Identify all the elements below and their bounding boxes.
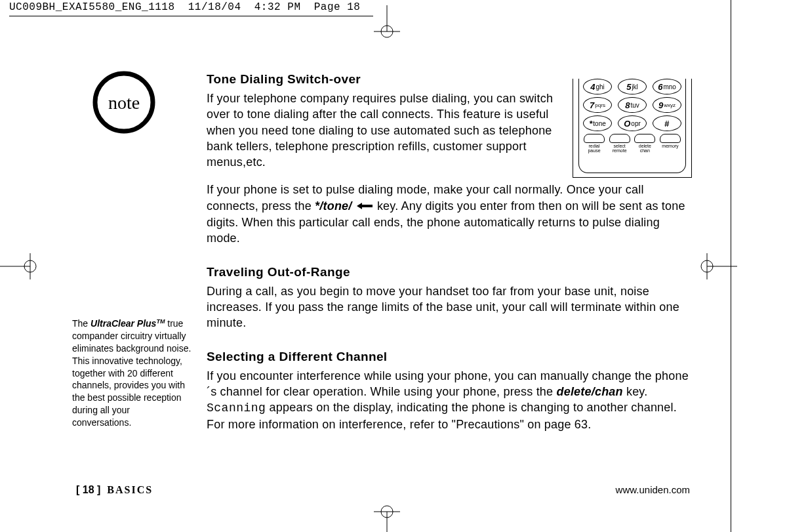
side-note-body: true compander circuitry virtually elimi… (72, 318, 191, 428)
para-tone-1: If your telephone company requires pulse… (207, 91, 557, 170)
footer-url: www.uniden.com (616, 484, 690, 495)
back-arrow-icon (355, 199, 374, 215)
key-label-delete-chan: delete/chan (557, 385, 623, 398)
section-name: BASICS (107, 484, 153, 495)
side-note-brand: UltraClear PlusTM (91, 318, 165, 329)
heading-select-channel: Selecting a Different Channel (207, 350, 692, 364)
para-channel-1: If you encounter interference while usin… (207, 368, 692, 432)
registration-mark-bottom (374, 505, 400, 532)
footer-page-section: [ 18 ]BASICS (76, 484, 153, 496)
heading-out-of-range: Traveling Out-of-Range (207, 265, 692, 279)
registration-mark-top (374, 5, 400, 38)
registration-mark-left (0, 253, 37, 279)
note-badge-icon: note (92, 71, 155, 134)
print-job-header: UC009BH_EXAI5580_ENG_1118 11/18/04 4:32 … (9, 1, 373, 16)
registration-mark-right (700, 253, 737, 279)
heading-tone-dialing: Tone Dialing Switch-over (207, 72, 692, 87)
svg-text:note: note (108, 92, 140, 113)
display-text-scanning: Scanning (207, 401, 266, 415)
para-range-1: During a call, as you begin to move your… (207, 283, 692, 331)
page-number: [ 18 ] (76, 484, 100, 495)
side-note-prefix: The (72, 318, 91, 329)
key-label-tone: */tone/ (315, 199, 352, 213)
side-note: The UltraClear PlusTM true compander cir… (72, 317, 192, 429)
para-tone-2: If your phone is set to pulse dialing mo… (207, 182, 692, 246)
